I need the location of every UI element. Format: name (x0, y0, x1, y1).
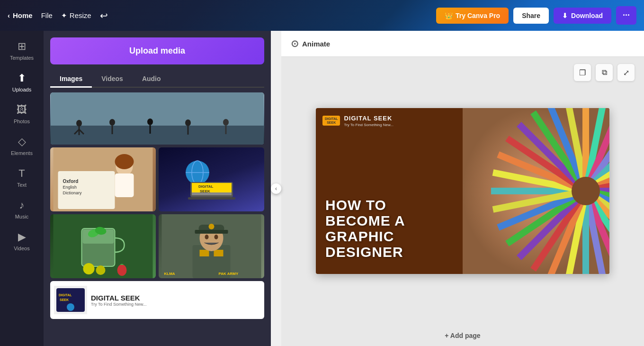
chevron-left-icon: ‹ (8, 11, 10, 19)
canvas-workspace: ❐ ⧉ ⤢ (281, 57, 644, 325)
svg-point-8 (147, 118, 153, 125)
pencils-visual (463, 108, 609, 274)
logo-text-area: DIGITAL SEEK Try To Find Something New..… (344, 115, 394, 127)
canvas-area: ⊙ Animate ❐ ⧉ ⤢ (281, 31, 644, 346)
home-button[interactable]: ‹ Home (8, 11, 33, 19)
nav-left: ‹ Home File ✦ Resize ↩ (8, 10, 430, 21)
sidebar-item-videos[interactable]: ▶ Videos (3, 226, 41, 256)
try-pro-button[interactable]: 👑 Try Canva Pro (436, 8, 509, 24)
svg-text:Oxford: Oxford (63, 179, 79, 184)
svg-point-47 (205, 235, 209, 239)
download-icon: ⬇ (562, 12, 568, 19)
sidebar-item-photos[interactable]: 🖼 Photos (3, 99, 41, 129)
download-label: Download (571, 12, 603, 19)
svg-point-12 (223, 119, 229, 126)
expand-icon[interactable]: ⤢ (617, 64, 635, 81)
music-icon: ♪ (19, 199, 25, 211)
design-canvas[interactable]: DIGITAL SEEK DIGITAL SEEK Try To Find So… (316, 108, 609, 274)
canvas-headline: HOW TO BECOME A GRAPHIC DESIGNER (325, 197, 405, 260)
sidebar-item-uploads[interactable]: ⬆ Uploads (3, 67, 41, 97)
share-button[interactable]: Share (513, 8, 549, 24)
media-item-book[interactable]: Oxford English Dictionary (50, 147, 156, 211)
tea-image (50, 214, 156, 278)
media-item-digital-seek[interactable]: DIGITAL SEEK (159, 147, 264, 211)
headline-line4: DESIGNER (325, 244, 405, 260)
videos-icon: ▶ (18, 231, 26, 243)
elements-icon: ◇ (18, 136, 26, 148)
banner-title: DIGITAL SEEK (91, 294, 147, 302)
headline-line3: GRAPHIC (325, 228, 405, 244)
svg-point-2 (76, 120, 82, 127)
home-label: Home (13, 11, 33, 19)
tab-audio[interactable]: Audio (133, 71, 170, 88)
duplicate-icon[interactable]: ❐ (574, 64, 591, 81)
tab-videos-label: Videos (101, 75, 123, 82)
sidebar-item-text[interactable]: T Text (3, 163, 41, 192)
file-menu[interactable]: File (41, 11, 53, 19)
media-item-tea[interactable] (50, 214, 156, 278)
resize-icon: ✦ (61, 11, 67, 20)
file-label: File (41, 11, 53, 19)
svg-text:English: English (63, 185, 77, 190)
tab-videos[interactable]: Videos (92, 71, 133, 88)
tab-images-label: Images (60, 75, 82, 82)
panel-collapse-button[interactable]: ‹ (271, 183, 281, 194)
copy-icon[interactable]: ⧉ (596, 64, 613, 81)
svg-point-36 (83, 263, 95, 274)
media-grid: Oxford English Dictionary (50, 92, 264, 319)
tab-audio-label: Audio (142, 75, 161, 82)
icon-sidebar: ⊞ Templates ⬆ Uploads 🖼 Photos ◇ Element… (0, 31, 44, 346)
try-pro-label: Try Canva Pro (456, 12, 500, 19)
media-item-military[interactable]: KLMA PAK ARMY (159, 214, 264, 278)
svg-rect-20 (115, 173, 134, 197)
svg-point-55 (67, 303, 74, 311)
animate-icon: ⊙ (291, 38, 299, 49)
logo-sub: Try To Find Something New... (344, 123, 394, 127)
svg-point-10 (185, 119, 191, 126)
undo-button[interactable]: ↩ (100, 10, 108, 21)
media-item-digital-seek-banner[interactable]: DIGITAL SEEK DIGITAL SEEK Try To Find So… (50, 281, 264, 319)
sidebar-item-music[interactable]: ♪ Music (3, 194, 41, 224)
slide-action-icons: ❐ ⧉ ⤢ (574, 64, 635, 81)
svg-point-6 (109, 119, 115, 126)
sidebar-label-music: Music (15, 214, 29, 219)
sidebar-label-uploads: Uploads (12, 87, 31, 92)
banner-text-area: DIGITAL SEEK Try To Find Something New..… (91, 294, 147, 307)
add-page-bar[interactable]: + Add page (281, 325, 644, 346)
media-item-running[interactable] (50, 92, 264, 145)
svg-rect-15 (58, 171, 115, 209)
sidebar-label-templates: Templates (10, 55, 34, 61)
upload-media-button[interactable]: Upload media (50, 37, 264, 64)
svg-point-48 (215, 235, 218, 239)
download-button[interactable]: ⬇ Download (554, 8, 611, 24)
svg-point-46 (209, 224, 215, 229)
logo-text: DIGITAL SEEK (344, 115, 394, 122)
svg-text:PAK ARMY: PAK ARMY (219, 272, 239, 276)
military-image: KLMA PAK ARMY (159, 214, 264, 278)
svg-text:DIGITAL: DIGITAL (59, 293, 72, 297)
svg-point-37 (96, 265, 106, 275)
main-layout: ⊞ Templates ⬆ Uploads 🖼 Photos ◇ Element… (0, 31, 644, 346)
media-panel: Upload media Images Videos Audio (44, 31, 271, 346)
sidebar-label-videos: Videos (14, 246, 29, 251)
svg-text:SEEK: SEEK (200, 189, 210, 193)
animate-button[interactable]: ⊙ Animate (291, 38, 330, 49)
animate-label: Animate (302, 40, 330, 48)
svg-rect-45 (195, 230, 228, 234)
tab-images[interactable]: Images (50, 71, 92, 88)
svg-text:DIGITAL: DIGITAL (198, 184, 214, 189)
book-image: Oxford English Dictionary (50, 147, 156, 211)
sidebar-label-text: Text (17, 182, 27, 188)
svg-point-38 (117, 264, 127, 276)
collapse-icon: ‹ (275, 185, 277, 192)
resize-button[interactable]: ✦ Resize (61, 11, 91, 20)
text-icon: T (18, 167, 25, 180)
add-page-label: + Add page (445, 332, 480, 339)
svg-point-89 (572, 177, 600, 205)
more-options-button[interactable]: ··· (616, 6, 636, 25)
resize-label: Resize (70, 11, 91, 19)
svg-rect-42 (214, 250, 224, 256)
sidebar-item-elements[interactable]: ◇ Elements (3, 131, 41, 161)
sidebar-item-templates[interactable]: ⊞ Templates (3, 36, 41, 65)
svg-rect-41 (200, 250, 209, 256)
